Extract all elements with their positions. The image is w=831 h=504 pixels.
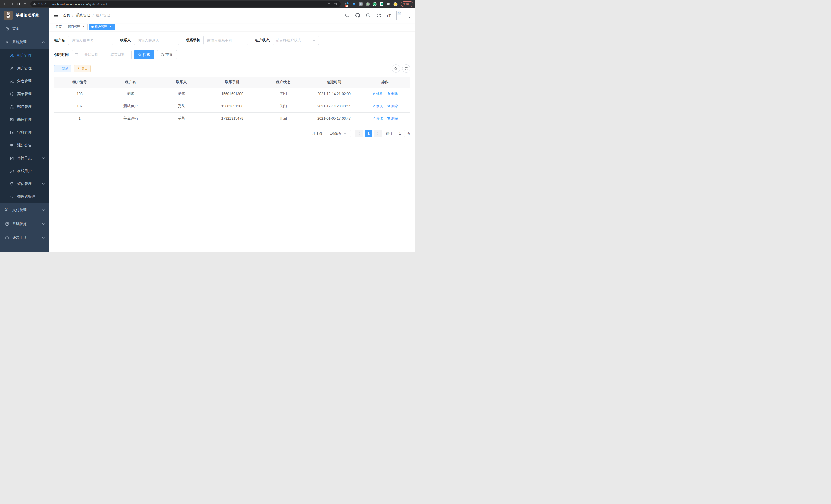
home-icon[interactable] <box>22 1 28 7</box>
delete-link[interactable]: 删除 <box>387 116 398 121</box>
back-icon[interactable] <box>2 1 8 7</box>
font-size-icon[interactable]: TT <box>387 13 391 18</box>
chat-extension-icon[interactable] <box>379 2 384 6</box>
breadcrumb-home[interactable]: 首页 <box>63 13 70 18</box>
cell-status: 开启 <box>258 112 309 125</box>
sidebar-item-sms-management[interactable]: 短信管理 <box>0 178 49 190</box>
svg-text:?: ? <box>368 14 369 17</box>
tab-tenant[interactable]: 租户管理 × <box>89 24 115 30</box>
puzzle-extension-icon[interactable] <box>386 2 391 6</box>
next-page-button[interactable] <box>374 130 381 137</box>
extension-pinned-icon[interactable]: 10 <box>345 2 349 6</box>
sidebar-item-home[interactable]: 首页 <box>0 22 49 35</box>
sidebar-group-system[interactable]: 系统管理 <box>0 35 49 49</box>
delete-link[interactable]: 删除 <box>387 91 398 96</box>
sidebar-item-post-management[interactable]: 岗位管理 <box>0 113 49 126</box>
sidebar-group-payment[interactable]: ¥ 支付管理 <box>0 203 49 217</box>
sidebar-item-audit-log[interactable]: 审计日志 <box>0 152 49 165</box>
address-bar[interactable]: 不安全 dashboard.yudao.iocoder.cn /system/t… <box>30 1 341 7</box>
contact-input[interactable] <box>134 36 179 45</box>
status-select[interactable]: 请选择租户状态 <box>273 36 319 45</box>
update-label: 更新 <box>403 2 409 6</box>
edit-icon <box>372 104 375 108</box>
edit-link[interactable]: 修改 <box>372 104 383 109</box>
cell-tenant-name: 测试 <box>105 88 156 100</box>
sidebar-group-infrastructure[interactable]: 基础设施 <box>0 217 49 231</box>
table-header-row: 租户编号 租户名 联系人 联系手机 租户状态 创建时间 操作 <box>54 77 410 88</box>
export-button[interactable]: 导出 <box>74 65 91 72</box>
close-icon[interactable]: × <box>109 25 112 29</box>
date-range-picker[interactable]: 开始日期 - 结束日期 <box>72 50 132 59</box>
dot-extension-icon[interactable] <box>365 2 370 6</box>
sidebar-item-online-users[interactable]: 在线用户 <box>0 165 49 178</box>
cell-tenant-id: 108 <box>54 88 105 100</box>
delete-link[interactable]: 删除 <box>387 104 398 109</box>
app-logo[interactable]: 芋道管理系统 <box>0 8 49 22</box>
sidebar-group-label: 基础设施 <box>12 222 42 226</box>
reset-button[interactable]: 重置 <box>157 50 177 59</box>
app-title: 芋道管理系统 <box>16 13 39 18</box>
refresh-icon <box>404 67 408 70</box>
sidebar-item-error-code-management[interactable]: 错误码管理 <box>0 190 49 203</box>
reload-icon[interactable] <box>16 1 21 7</box>
cell-status: 关闭 <box>258 88 309 100</box>
fullscreen-icon[interactable] <box>376 13 381 18</box>
forward-icon[interactable] <box>9 1 15 7</box>
sidebar-item-dict-management[interactable]: 字典管理 <box>0 126 49 139</box>
col-tenant-id: 租户编号 <box>54 77 105 88</box>
calendar-icon <box>75 53 78 57</box>
extension-badge: 10 <box>345 5 349 7</box>
mobile-input[interactable] <box>203 36 249 45</box>
close-icon[interactable]: × <box>82 25 85 29</box>
not-secure-icon[interactable] <box>33 2 36 6</box>
sidebar-item-label: 审计日志 <box>17 156 42 160</box>
help-icon[interactable]: ? <box>366 13 371 18</box>
header-search-icon[interactable] <box>345 13 349 18</box>
page-number-current[interactable]: 1 <box>365 130 372 137</box>
tab-home[interactable]: 首页 <box>53 24 64 30</box>
show-search-toggle-button[interactable] <box>392 64 400 73</box>
command-extension-icon[interactable]: ⌘ <box>359 2 363 6</box>
share-icon[interactable] <box>327 2 332 6</box>
prev-page-button[interactable] <box>355 130 363 137</box>
breadcrumb: 首页 / 系统管理 / 租户管理 <box>63 13 110 18</box>
tenant-table: 租户编号 租户名 联系人 联系手机 租户状态 创建时间 操作 108 测试 <box>54 77 410 125</box>
browser-menu-icon[interactable] <box>411 3 411 6</box>
sidebar-group-dev-tools[interactable]: 研发工具 <box>0 231 49 245</box>
breadcrumb-separator: / <box>92 13 93 18</box>
add-button[interactable]: 新增 <box>54 65 71 72</box>
sidebar-item-notice-management[interactable]: 通知公告 <box>0 139 49 152</box>
edit-link[interactable]: 修改 <box>372 91 383 96</box>
chrome-update-button[interactable]: 更新 <box>401 1 414 7</box>
sidebar-fold-icon[interactable] <box>53 13 58 18</box>
sidebar-item-role-management[interactable]: 角色管理 <box>0 75 49 88</box>
tenant-name-input[interactable] <box>68 36 113 45</box>
tab-dept[interactable]: 部门管理 × <box>65 24 88 30</box>
search-button[interactable]: 搜索 <box>134 50 154 59</box>
sidebar-item-label: 部门管理 <box>17 105 45 109</box>
breadcrumb-section[interactable]: 系统管理 <box>76 13 90 18</box>
end-date-placeholder: 结束日期 <box>107 52 129 57</box>
bookmark-star-icon[interactable] <box>334 2 338 6</box>
refresh-table-button[interactable] <box>402 64 410 73</box>
kite-extension-icon[interactable] <box>352 2 356 6</box>
y-extension-icon[interactable]: Y <box>372 2 377 6</box>
emoji-extension-icon[interactable] <box>393 2 398 6</box>
github-icon[interactable] <box>355 13 360 18</box>
sidebar-item-user-management[interactable]: 用户管理 <box>0 62 49 75</box>
sidebar-item-menu-management[interactable]: 菜单管理 <box>0 88 49 100</box>
pagination: 共 3 条 10条/页 1 前往 页 <box>54 130 410 137</box>
edit-link[interactable]: 修改 <box>372 116 383 121</box>
sidebar-item-tenant-management[interactable]: 租户管理 <box>0 49 49 62</box>
goto-page-input[interactable] <box>395 130 405 137</box>
reset-button-label: 重置 <box>166 52 173 57</box>
sidebar-item-dept-management[interactable]: 部门管理 <box>0 100 49 113</box>
sidebar-item-label: 角色管理 <box>17 79 45 84</box>
chevron-down-icon <box>42 236 45 239</box>
sidebar-item-label: 菜单管理 <box>17 92 45 96</box>
user-avatar-menu[interactable] <box>397 10 411 20</box>
logo-image <box>4 11 12 20</box>
tag-label: 部门管理 <box>68 25 80 29</box>
sidebar-item-label: 岗位管理 <box>17 117 45 122</box>
page-size-select[interactable]: 10条/页 <box>325 130 351 137</box>
